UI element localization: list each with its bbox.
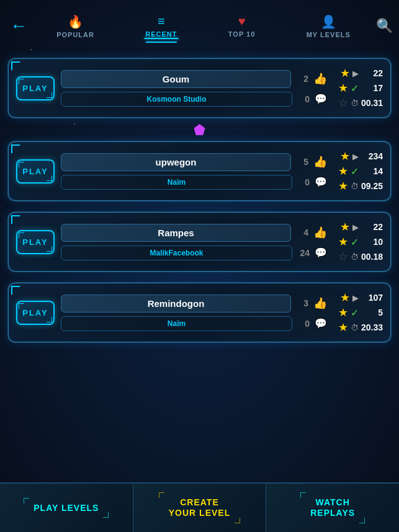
play-count-icon-3: ▶	[352, 293, 359, 303]
card-inner-1: PLAY upwegon 5 👍 Naïm 0 💬 ★ ▶ 234	[16, 149, 383, 193]
stat-row-completions-1: ★ ✓ 14	[338, 164, 383, 178]
tab-mylevels-label: MY LEVELS	[307, 31, 351, 38]
star2-2: ★	[338, 235, 348, 249]
completions-value-1: 14	[361, 166, 383, 176]
time-value-1: 09.25	[361, 181, 383, 191]
likes-count-3: 3	[296, 298, 308, 308]
time-value-3: 20.33	[361, 322, 383, 332]
tab-popular[interactable]: 🔥 POPULAR	[56, 14, 94, 38]
create-level-button[interactable]: CREATEYOUR LEVEL	[133, 484, 267, 532]
card-main-3: Remindogon 3 👍 Naïm 0 💬	[61, 295, 327, 331]
check-icon-3: ✓	[351, 307, 359, 319]
search-button[interactable]: 🔍	[376, 18, 393, 34]
card-main-1: upwegon 5 👍 Naïm 0 💬	[61, 153, 327, 190]
active-indicator	[144, 38, 178, 39]
bottom-navigation: PLAY LEVELS CREATEYOUR LEVEL WATCHREPLAY…	[0, 482, 399, 532]
likes-count-2: 4	[296, 228, 308, 237]
watch-replays-inner: WATCHREPLAYS	[300, 492, 365, 523]
header: ← 🔥 POPULAR ≡ RECENT ♥ TOP 10 👤 MY LEVEL…	[0, 0, 399, 50]
tab-recent-label: RECENT	[145, 30, 177, 38]
person-icon: 👤	[321, 14, 336, 29]
stat-row-plays-0: ★ ▶ 22	[340, 66, 383, 80]
play-levels-label: PLAY LEVELS	[34, 503, 99, 513]
level-name-3: Remindogon	[61, 295, 291, 313]
back-button[interactable]: ←	[6, 16, 31, 36]
play-levels-inner: PLAY LEVELS	[24, 498, 109, 518]
comments-count-2: 24	[297, 248, 310, 258]
clock-icon-1: ⏱	[351, 182, 359, 191]
tab-recent[interactable]: ≡ RECENT	[145, 14, 177, 38]
card-main-2: Rampes 4 👍 MalikFacebook 24 💬	[61, 224, 327, 260]
levels-list: PLAY Goum 2 👍 Kosmoon Studio 0 💬 ★ ▶ 22	[0, 50, 399, 351]
play-button-0[interactable]: PLAY	[16, 76, 55, 100]
tab-popular-label: POPULAR	[56, 31, 94, 38]
card-top-row-1: upwegon 5 👍	[61, 153, 327, 171]
card-main-0: Goum 2 👍 Kosmoon Studio 0 💬	[61, 70, 327, 107]
create-level-inner: CREATEYOUR LEVEL	[159, 492, 240, 523]
card-inner-0: PLAY Goum 2 👍 Kosmoon Studio 0 💬 ★ ▶ 22	[16, 66, 383, 110]
level-card-3: PLAY Remindogon 3 👍 Naïm 0 💬 ★ ▶ 107	[7, 282, 392, 343]
completions-value-3: 5	[361, 308, 383, 317]
stat-row-time-2: ☆ ⏱ 00.18	[338, 250, 383, 264]
stat-row-plays-1: ★ ▶ 234	[340, 149, 383, 163]
plays-value-1: 234	[361, 151, 383, 161]
card-stats-3: ★ ▶ 107 ★ ✓ 5 ★ ⏱ 20.33	[333, 291, 383, 334]
star1-0: ★	[340, 66, 350, 80]
nav-tabs: 🔥 POPULAR ≡ RECENT ♥ TOP 10 👤 MY LEVELS	[31, 14, 376, 38]
card-top-row-0: Goum 2 👍	[61, 70, 327, 88]
stat-row-time-1: ★ ⏱ 09.25	[338, 179, 383, 193]
clock-icon-2: ⏱	[351, 252, 359, 262]
stat-row-completions-2: ★ ✓ 10	[338, 235, 383, 249]
plays-value-3: 107	[361, 293, 383, 303]
likes-count-0: 2	[296, 74, 308, 84]
clock-icon-0: ⏱	[351, 99, 359, 108]
level-card-0: PLAY Goum 2 👍 Kosmoon Studio 0 💬 ★ ▶ 22	[7, 58, 392, 118]
play-button-1[interactable]: PLAY	[16, 159, 55, 184]
stat-row-completions-3: ★ ✓ 5	[338, 306, 383, 319]
card-top-row-2: Rampes 4 👍	[61, 224, 327, 242]
card-stats-0: ★ ▶ 22 ★ ✓ 17 ☆ ⏱ 00.31	[333, 66, 383, 110]
play-button-2[interactable]: PLAY	[16, 230, 55, 254]
gem-icon-1	[194, 124, 205, 135]
star3-2: ☆	[338, 250, 348, 264]
comment-icon-1: 💬	[315, 176, 327, 188]
stat-row-completions-0: ★ ✓ 17	[338, 81, 383, 95]
card-stats-2: ★ ▶ 22 ★ ✓ 10 ☆ ⏱ 00.18	[333, 220, 383, 264]
check-icon-0: ✓	[351, 82, 359, 94]
star3-3: ★	[338, 321, 348, 334]
card-inner-3: PLAY Remindogon 3 👍 Naïm 0 💬 ★ ▶ 107	[16, 291, 383, 334]
completions-value-0: 17	[361, 83, 383, 93]
clock-icon-3: ⏱	[351, 323, 359, 332]
author-name-1: Naïm	[61, 175, 292, 190]
thumbs-up-icon-1: 👍	[313, 155, 327, 169]
comment-icon-2: 💬	[315, 247, 327, 259]
play-count-icon-1: ▶	[352, 152, 359, 161]
gem-separator-1	[7, 123, 392, 136]
comments-count-3: 0	[297, 319, 310, 329]
comments-count-0: 0	[297, 94, 310, 104]
play-count-icon-0: ▶	[352, 69, 359, 78]
tab-mylevels[interactable]: 👤 MY LEVELS	[307, 14, 351, 38]
level-name-2: Rampes	[61, 224, 291, 242]
level-card-1: PLAY upwegon 5 👍 Naïm 0 💬 ★ ▶ 234	[7, 141, 392, 202]
completions-value-2: 10	[361, 237, 383, 247]
tab-top10[interactable]: ♥ TOP 10	[228, 14, 256, 38]
card-top-row-3: Remindogon 3 👍	[61, 295, 327, 313]
level-name-0: Goum	[61, 70, 291, 88]
card-bottom-row-1: Naïm 0 💬	[61, 175, 327, 190]
stat-row-plays-2: ★ ▶ 22	[340, 220, 383, 234]
card-bottom-row-0: Kosmoon Studio 0 💬	[61, 92, 327, 107]
play-levels-button[interactable]: PLAY LEVELS	[0, 484, 133, 532]
thumbs-up-icon-2: 👍	[313, 226, 327, 239]
author-name-2: MalikFacebook	[61, 246, 292, 260]
play-button-3[interactable]: PLAY	[16, 301, 55, 325]
play-count-icon-2: ▶	[352, 223, 359, 232]
tab-top10-label: TOP 10	[228, 30, 256, 38]
star3-1: ★	[338, 179, 348, 193]
star1-3: ★	[340, 291, 350, 304]
star2-1: ★	[338, 164, 348, 178]
create-level-label: CREATEYOUR LEVEL	[169, 497, 230, 518]
watch-replays-button[interactable]: WATCHREPLAYS	[266, 484, 399, 532]
comment-icon-0: 💬	[315, 93, 327, 105]
star3-0: ☆	[338, 96, 348, 110]
